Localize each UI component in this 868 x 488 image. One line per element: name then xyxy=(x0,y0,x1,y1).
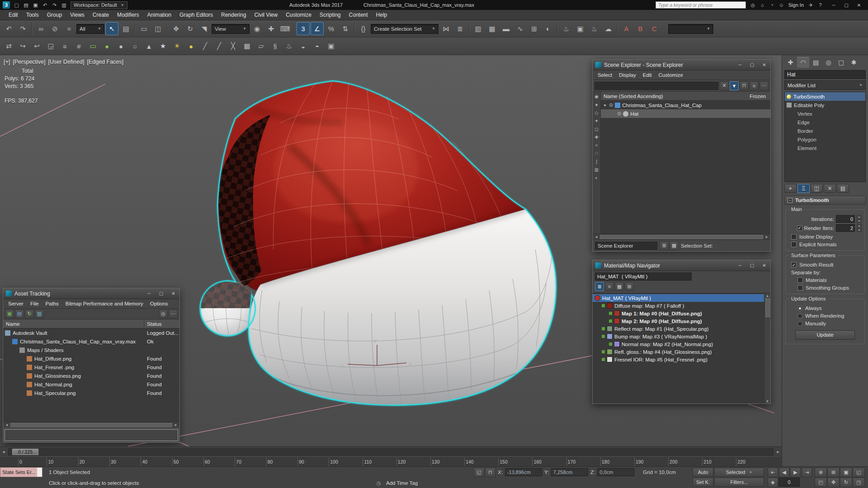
isoline-display-checkbox[interactable] xyxy=(791,234,797,239)
view-large-icons-icon[interactable]: ⊞ xyxy=(625,282,634,291)
make-unique-icon[interactable]: ◫ xyxy=(811,184,823,193)
named-selection-sets-dropdown[interactable]: Create Selection Set▼ xyxy=(371,24,439,34)
asset-row[interactable]: Hat_Diffuse.png Found xyxy=(3,354,179,363)
menu-item[interactable]: File xyxy=(27,300,42,307)
menu-item[interactable]: Customize xyxy=(282,10,316,19)
material-map-item[interactable]: Bump map: Map #3 ( VRayNormalMap ) xyxy=(593,333,764,340)
visibility-eye-icon[interactable]: ⊙ xyxy=(617,111,621,117)
scrollbar-thumb[interactable] xyxy=(765,298,770,317)
tab-hierarchy[interactable]: ▤ xyxy=(810,57,822,68)
add-time-tag[interactable]: Add Time Tag xyxy=(386,480,418,486)
undo-icon[interactable]: ↶ xyxy=(2,22,15,35)
filter-lights-icon[interactable]: ✦ xyxy=(593,117,600,124)
select-object-icon[interactable]: ↖ xyxy=(105,22,118,35)
scene-explorer-titlebar[interactable]: Scene Explorer - Scene Explorer ─ ▢ ✕ xyxy=(593,60,770,70)
camera-view-icon[interactable]: ▣ xyxy=(325,40,338,53)
hash-grid-icon[interactable]: # xyxy=(72,40,85,53)
scroll-left-icon[interactable]: ◂ xyxy=(593,235,599,239)
menu-item[interactable]: Tools xyxy=(22,10,43,19)
clear-search-icon[interactable]: ✕ xyxy=(720,81,729,90)
clone-view-icon[interactable]: ◲ xyxy=(44,40,57,53)
asset-row[interactable]: Hat_Specular.png Found xyxy=(3,389,179,397)
sun-light-icon[interactable]: ☀ xyxy=(170,40,184,53)
sync-selection-icon[interactable]: ≡ xyxy=(750,81,759,90)
expander-icon[interactable]: ▾ xyxy=(603,103,607,108)
toolbar-extra-dropdown[interactable]: ▼ xyxy=(668,24,713,34)
select-link-icon[interactable]: ∞ xyxy=(34,22,47,35)
menu-item[interactable]: Scripting xyxy=(316,10,345,19)
orbit-icon[interactable]: ↻ xyxy=(840,478,852,487)
asset-row[interactable]: Autodesk Vault Logged Out... xyxy=(3,328,179,337)
modifier-list-dropdown[interactable]: Modifier List ▼ xyxy=(784,80,866,90)
curve-editor-icon[interactable]: ∿ xyxy=(514,22,527,35)
modifier-stack-row[interactable]: Border xyxy=(785,127,865,135)
communication-center-icon[interactable]: ✈ xyxy=(807,1,815,9)
schematic-view-icon[interactable]: ⊞ xyxy=(528,22,541,35)
asset-row[interactable]: Hat_Fresnel .png Found xyxy=(3,363,179,371)
go-end-icon[interactable]: ⇥ xyxy=(802,468,812,477)
zoom-extents-icon[interactable]: ▣ xyxy=(840,468,852,477)
asset-row[interactable]: Hat_Normal.png Found xyxy=(3,380,179,389)
material-map-item[interactable]: Refl. gloss.: Map #4 (Hat_Glossiness.png… xyxy=(593,348,764,356)
jump-forward-icon[interactable]: ↪ xyxy=(16,40,29,53)
frozen-column-header[interactable]: Frozen xyxy=(750,94,768,99)
menu-item[interactable]: Options xyxy=(147,300,171,307)
box-primitive-icon[interactable]: ▭ xyxy=(86,40,99,53)
material-map-item[interactable]: Map 1: Map #0 (Hat_Diffuse.png) xyxy=(593,310,764,317)
geosphere-primitive-icon[interactable]: ● xyxy=(114,40,127,53)
redo-small-icon[interactable]: ↷ xyxy=(50,1,59,9)
letter-c-icon[interactable]: C xyxy=(648,22,661,35)
material-map-item[interactable]: Map 2: Map #0 (Hat_Diffuse.png) xyxy=(593,317,764,325)
horizontal-scrollbar[interactable]: ◂ ▸ xyxy=(593,234,770,239)
menu-item[interactable]: Select xyxy=(594,71,615,79)
play-icon[interactable]: ▶ xyxy=(790,468,801,477)
material-navigator-titlebar[interactable]: Material/Map Navigator ─ ▢ ✕ xyxy=(593,260,770,271)
key-mode-toggle-icon[interactable]: ◈ xyxy=(768,478,778,487)
asset-row[interactable]: Christmas_Santa_Claus_Hat_Cap_max_vray.m… xyxy=(3,337,179,346)
asset-report-icon[interactable]: ▥ xyxy=(35,310,44,319)
percent-snap-icon[interactable]: % xyxy=(325,22,338,35)
snap-cycle-icon[interactable]: ⇄ xyxy=(2,40,15,53)
project-folder-icon[interactable]: ▥ xyxy=(60,1,68,9)
scene-tree-row[interactable]: ⊙ Hat xyxy=(601,109,770,118)
minimize-button[interactable]: ─ xyxy=(827,0,840,9)
select-move-icon[interactable]: ✥ xyxy=(170,22,183,35)
smooth-result-checkbox[interactable] xyxy=(791,262,797,267)
current-frame-field[interactable] xyxy=(778,478,800,487)
maximize-viewport-icon[interactable]: ◳ xyxy=(853,478,865,487)
use-pivot-center-icon[interactable]: ◉ xyxy=(250,22,264,35)
scene-tree-row[interactable]: ▾ ⊙ Christmas_Santa_Claus_Hat_Cap xyxy=(601,101,770,109)
undo-small-icon[interactable]: ↶ xyxy=(41,1,49,9)
open-file-icon[interactable]: ▤ xyxy=(22,1,30,9)
3dsmax-logo[interactable]: 3 xyxy=(3,1,10,9)
close-button[interactable]: ✕ xyxy=(853,0,865,9)
close-button[interactable]: ✕ xyxy=(169,290,178,298)
modifier-stack-row[interactable]: Edge xyxy=(785,118,865,127)
render-iters-field[interactable] xyxy=(836,224,855,232)
letter-a-icon[interactable]: A xyxy=(620,22,633,35)
omni-light-icon[interactable]: ● xyxy=(184,40,198,53)
letter-b-icon[interactable]: B xyxy=(634,22,647,35)
filter-spacewarps-icon[interactable]: ≈ xyxy=(593,142,600,149)
selection-set-box-icon[interactable]: ▦ xyxy=(670,241,679,250)
workspace-dropdown[interactable]: Workspace: Default▼ xyxy=(71,1,127,9)
edit-named-selection-sets-icon[interactable]: {} xyxy=(357,22,370,35)
save-file-icon[interactable]: ▣ xyxy=(31,1,40,9)
asset-options-icon[interactable]: ⋯ xyxy=(169,310,178,319)
minimize-button[interactable]: ─ xyxy=(735,262,745,270)
viewport-header-token[interactable]: [+] xyxy=(4,59,10,65)
minimize-button[interactable]: ─ xyxy=(735,61,745,69)
prev-frame-icon[interactable]: ◀ xyxy=(779,468,789,477)
select-manipulate-icon[interactable]: ✚ xyxy=(264,22,278,35)
filter-cameras-icon[interactable]: ◻ xyxy=(593,126,600,132)
lock-explorer-icon[interactable]: ⊓ xyxy=(740,81,749,90)
time-slider[interactable]: ◂ 0 / 225 ▸ xyxy=(0,446,782,456)
filter-helpers-icon[interactable]: ✚ xyxy=(593,134,600,141)
filter-materials-icon[interactable]: ◐ xyxy=(593,174,600,181)
auto-key-button[interactable]: Auto xyxy=(693,468,713,477)
view-list-names-icon[interactable]: ≡ xyxy=(605,282,614,291)
window-crossing-icon[interactable]: ◫ xyxy=(151,22,165,35)
sign-in-link[interactable]: Sign In xyxy=(788,2,804,8)
material-map-item[interactable]: Reflect map: Map #1 (Hat_Specular.png) xyxy=(593,325,764,333)
notifications-icon[interactable]: ◔ xyxy=(768,1,776,9)
